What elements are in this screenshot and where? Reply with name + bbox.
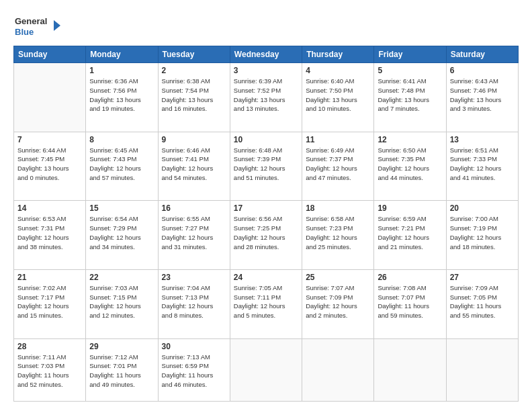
logo: General Blue [13,12,60,39]
svg-marker-2 [54,20,60,31]
day-number: 18 [306,203,370,213]
calendar-cell: 27Sunrise: 7:09 AM Sunset: 7:05 PM Dayli… [446,269,518,338]
day-number: 14 [17,203,82,213]
day-info: Sunrise: 6:49 AM Sunset: 7:37 PM Dayligh… [306,146,370,183]
calendar-cell: 17Sunrise: 6:56 AM Sunset: 7:25 PM Dayli… [230,201,302,270]
day-number: 27 [450,273,515,282]
calendar-cell: 8Sunrise: 6:45 AM Sunset: 7:43 PM Daylig… [86,132,158,201]
day-info: Sunrise: 6:43 AM Sunset: 7:46 PM Dayligh… [450,77,515,113]
day-info: Sunrise: 6:59 AM Sunset: 7:21 PM Dayligh… [378,214,442,251]
logo-svg: General Blue [13,12,60,39]
day-info: Sunrise: 7:02 AM Sunset: 7:17 PM Dayligh… [17,283,82,320]
calendar-header: SundayMondayTuesdayWednesdayThursdayFrid… [14,46,519,63]
week-row-5: 28Sunrise: 7:11 AM Sunset: 7:03 PM Dayli… [14,338,519,401]
day-number: 5 [378,66,442,75]
weekday-header-monday: Monday [86,46,158,63]
calendar-cell: 12Sunrise: 6:50 AM Sunset: 7:35 PM Dayli… [374,132,446,201]
header: General Blue [13,12,519,39]
svg-text:Blue: Blue [15,27,34,37]
day-info: Sunrise: 7:04 AM Sunset: 7:13 PM Dayligh… [162,283,226,320]
calendar-cell: 20Sunrise: 7:00 AM Sunset: 7:19 PM Dayli… [446,201,518,270]
day-number: 25 [306,273,370,282]
day-number: 20 [450,203,515,213]
day-number: 30 [162,342,226,351]
day-info: Sunrise: 6:51 AM Sunset: 7:33 PM Dayligh… [450,146,515,183]
day-info: Sunrise: 6:36 AM Sunset: 7:56 PM Dayligh… [89,77,154,113]
calendar-page: General Blue SundayMondayTuesdayWednesda… [0,0,532,411]
calendar-cell: 19Sunrise: 6:59 AM Sunset: 7:21 PM Dayli… [374,201,446,270]
calendar-cell: 22Sunrise: 7:03 AM Sunset: 7:15 PM Dayli… [86,269,158,338]
day-info: Sunrise: 7:05 AM Sunset: 7:11 PM Dayligh… [234,283,298,320]
day-number: 23 [162,273,226,282]
weekday-header-thursday: Thursday [302,46,374,63]
calendar-cell: 16Sunrise: 6:55 AM Sunset: 7:27 PM Dayli… [158,201,230,270]
day-number: 3 [234,66,298,75]
calendar-cell: 14Sunrise: 6:53 AM Sunset: 7:31 PM Dayli… [14,201,86,270]
calendar-cell: 9Sunrise: 6:46 AM Sunset: 7:41 PM Daylig… [158,132,230,201]
calendar-cell: 25Sunrise: 7:07 AM Sunset: 7:09 PM Dayli… [302,269,374,338]
week-row-3: 14Sunrise: 6:53 AM Sunset: 7:31 PM Dayli… [14,201,519,270]
week-row-2: 7Sunrise: 6:44 AM Sunset: 7:45 PM Daylig… [14,132,519,201]
day-info: Sunrise: 7:07 AM Sunset: 7:09 PM Dayligh… [306,283,370,320]
day-info: Sunrise: 6:58 AM Sunset: 7:23 PM Dayligh… [306,214,370,251]
day-number: 21 [17,273,82,282]
calendar-cell: 28Sunrise: 7:11 AM Sunset: 7:03 PM Dayli… [14,338,86,401]
weekday-header-row: SundayMondayTuesdayWednesdayThursdayFrid… [14,46,519,63]
calendar-cell [14,63,86,132]
calendar-table: SundayMondayTuesdayWednesdayThursdayFrid… [13,46,519,402]
weekday-header-wednesday: Wednesday [230,46,302,63]
calendar-cell: 10Sunrise: 6:48 AM Sunset: 7:39 PM Dayli… [230,132,302,201]
day-info: Sunrise: 6:55 AM Sunset: 7:27 PM Dayligh… [162,214,226,251]
day-info: Sunrise: 6:56 AM Sunset: 7:25 PM Dayligh… [234,214,298,251]
weekday-header-tuesday: Tuesday [158,46,230,63]
day-info: Sunrise: 7:13 AM Sunset: 6:59 PM Dayligh… [162,353,226,390]
calendar-cell: 1Sunrise: 6:36 AM Sunset: 7:56 PM Daylig… [86,63,158,132]
day-info: Sunrise: 6:40 AM Sunset: 7:50 PM Dayligh… [306,77,370,113]
day-number: 24 [234,273,298,282]
calendar-cell [230,338,302,401]
day-number: 4 [306,66,370,75]
day-number: 6 [450,66,515,75]
day-number: 10 [234,135,298,144]
day-info: Sunrise: 6:39 AM Sunset: 7:52 PM Dayligh… [234,77,298,113]
calendar-cell [374,338,446,401]
day-info: Sunrise: 7:08 AM Sunset: 7:07 PM Dayligh… [378,283,442,320]
day-number: 7 [17,135,82,144]
day-number: 29 [89,342,154,351]
calendar-cell: 26Sunrise: 7:08 AM Sunset: 7:07 PM Dayli… [374,269,446,338]
day-info: Sunrise: 6:38 AM Sunset: 7:54 PM Dayligh… [162,77,226,113]
calendar-cell [302,338,374,401]
calendar-cell: 30Sunrise: 7:13 AM Sunset: 6:59 PM Dayli… [158,338,230,401]
day-number: 16 [162,203,226,213]
day-info: Sunrise: 6:53 AM Sunset: 7:31 PM Dayligh… [17,214,82,251]
calendar-cell: 23Sunrise: 7:04 AM Sunset: 7:13 PM Dayli… [158,269,230,338]
week-row-4: 21Sunrise: 7:02 AM Sunset: 7:17 PM Dayli… [14,269,519,338]
calendar-cell: 3Sunrise: 6:39 AM Sunset: 7:52 PM Daylig… [230,63,302,132]
calendar-cell: 21Sunrise: 7:02 AM Sunset: 7:17 PM Dayli… [14,269,86,338]
day-info: Sunrise: 7:09 AM Sunset: 7:05 PM Dayligh… [450,283,515,320]
day-info: Sunrise: 7:03 AM Sunset: 7:15 PM Dayligh… [89,283,154,320]
day-number: 19 [378,203,442,213]
day-number: 9 [162,135,226,144]
calendar-cell: 5Sunrise: 6:41 AM Sunset: 7:48 PM Daylig… [374,63,446,132]
weekday-header-friday: Friday [374,46,446,63]
calendar-body: 1Sunrise: 6:36 AM Sunset: 7:56 PM Daylig… [14,63,519,402]
calendar-cell: 29Sunrise: 7:12 AM Sunset: 7:01 PM Dayli… [86,338,158,401]
day-info: Sunrise: 6:50 AM Sunset: 7:35 PM Dayligh… [378,146,442,183]
weekday-header-sunday: Sunday [14,46,86,63]
calendar-cell: 2Sunrise: 6:38 AM Sunset: 7:54 PM Daylig… [158,63,230,132]
day-info: Sunrise: 6:46 AM Sunset: 7:41 PM Dayligh… [162,146,226,183]
calendar-cell [446,338,518,401]
day-number: 1 [89,66,154,75]
day-info: Sunrise: 7:00 AM Sunset: 7:19 PM Dayligh… [450,214,515,251]
calendar-cell: 24Sunrise: 7:05 AM Sunset: 7:11 PM Dayli… [230,269,302,338]
day-number: 15 [89,203,154,213]
day-number: 12 [378,135,442,144]
day-number: 13 [450,135,515,144]
calendar-cell: 13Sunrise: 6:51 AM Sunset: 7:33 PM Dayli… [446,132,518,201]
day-number: 26 [378,273,442,282]
day-number: 17 [234,203,298,213]
day-info: Sunrise: 6:48 AM Sunset: 7:39 PM Dayligh… [234,146,298,183]
calendar-cell: 18Sunrise: 6:58 AM Sunset: 7:23 PM Dayli… [302,201,374,270]
day-number: 8 [89,135,154,144]
